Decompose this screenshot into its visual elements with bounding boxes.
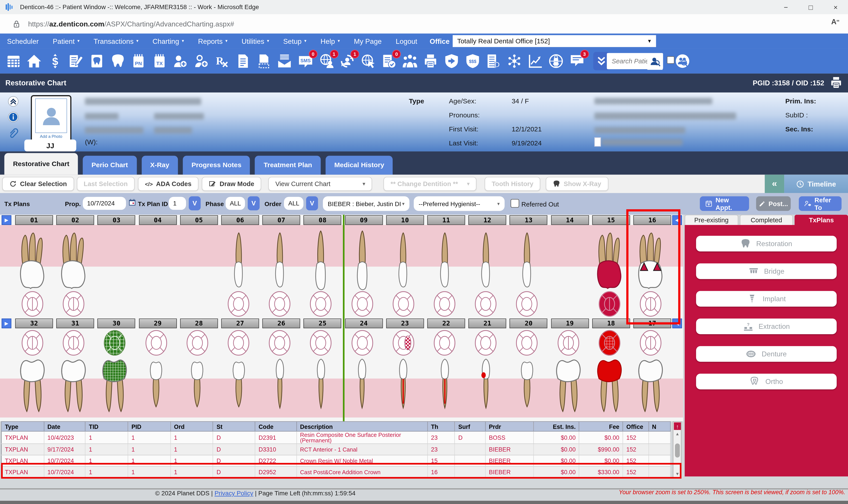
occlusal-29[interactable] [144, 329, 168, 356]
tooth-button-21[interactable]: 21 [468, 319, 506, 328]
table-row[interactable]: TXPLAN10/4/2023111DD2391Resin Composite … [1, 431, 670, 444]
occlusal-23[interactable] [392, 329, 415, 356]
column-header[interactable]: Fee [579, 421, 623, 431]
txplan-id-input[interactable]: 1 [169, 197, 186, 210]
tooth-21[interactable] [479, 357, 493, 415]
upper-scroll-left-button[interactable]: ▶ [2, 215, 11, 225]
column-header[interactable]: Date [44, 421, 85, 431]
tooth-13[interactable] [519, 227, 535, 292]
search-option-checkbox[interactable] [667, 56, 674, 64]
implant-button[interactable]: Implant [696, 291, 837, 307]
nav-item-utilities[interactable]: Utilities▾ [235, 37, 276, 45]
tooth-19[interactable] [553, 357, 584, 417]
referred-out-checkbox[interactable] [510, 199, 519, 208]
tab-x-ray[interactable]: X-Ray [141, 156, 178, 175]
column-header[interactable]: Est. Ins. [534, 421, 579, 431]
table-row[interactable]: TXPLAN10/7/2024111DD2952Cast Post&Core A… [1, 466, 670, 478]
tooth-button-13[interactable]: 13 [510, 215, 547, 225]
chart-edit-icon[interactable] [68, 53, 84, 69]
occlusal-09[interactable] [350, 290, 374, 318]
tooth-button-19[interactable]: 19 [551, 319, 589, 328]
occlusal-10[interactable] [392, 290, 415, 318]
occlusal-15[interactable] [597, 290, 621, 318]
hygienist-select[interactable]: --Preferred Hygienist--▾ [414, 196, 505, 211]
column-header[interactable]: N [649, 421, 671, 431]
collapse-sidebar-button[interactable]: « [765, 175, 784, 193]
tooth-button-10[interactable]: 10 [386, 215, 424, 225]
tooth-button-01[interactable]: 01 [15, 215, 53, 225]
tooth-24[interactable] [355, 357, 369, 415]
patient-initials-tab[interactable]: JJ [24, 140, 76, 151]
clear-selection-button[interactable]: Clear Selection [2, 177, 74, 191]
tooth-10[interactable] [396, 227, 411, 292]
nav-item-scheduler[interactable]: Scheduler [0, 37, 46, 45]
extraction-button[interactable]: ?Extraction [696, 319, 837, 335]
occlusal-17[interactable] [639, 329, 663, 356]
tooth-button-18[interactable]: 18 [592, 319, 630, 328]
column-header[interactable]: Type [1, 421, 44, 431]
column-header[interactable]: TID [85, 421, 128, 431]
tooth-button-20[interactable]: 20 [510, 319, 547, 328]
sidebar-tab-txplans[interactable]: TxPlans [795, 215, 848, 225]
add-photo-label[interactable]: Add a Photo [40, 134, 62, 139]
shield-forward-icon[interactable] [444, 53, 459, 69]
tooth-30[interactable] [99, 357, 130, 417]
last-selection-button[interactable]: Last Selection [77, 177, 135, 191]
occlusal-22[interactable] [433, 329, 456, 356]
scan-document-icon[interactable] [256, 53, 271, 69]
occlusal-20[interactable] [515, 329, 539, 356]
tooth-button-30[interactable]: 30 [97, 319, 136, 328]
post-button[interactable]: Post... [756, 196, 791, 211]
patient-sync-icon[interactable]: 1 [340, 53, 355, 69]
tab-progress-notes[interactable]: Progress Notes [183, 156, 250, 175]
tooth-button-09[interactable]: 09 [345, 215, 383, 225]
tooth-11[interactable] [437, 227, 452, 292]
prop-dt-input[interactable]: 10/7/2024 [83, 197, 126, 210]
occlusal-06[interactable] [227, 290, 250, 318]
tooth-button-14[interactable]: 14 [551, 215, 589, 225]
timeline-button[interactable]: Timeline [784, 175, 848, 193]
tooth-12[interactable] [478, 227, 494, 292]
scrollbar-thumb[interactable] [675, 444, 680, 457]
occlusal-30[interactable] [103, 329, 127, 356]
tooth-08[interactable] [312, 227, 330, 292]
change-dentition-select[interactable]: ** Change Dentition **▾ [383, 177, 476, 191]
view-chart-select[interactable]: View Current Chart▾ [268, 177, 372, 191]
document-d-icon[interactable]: D [486, 53, 501, 69]
office-select[interactable]: Totally Real Dental Office [152] ▼ [453, 35, 656, 47]
print-icon[interactable] [830, 76, 843, 89]
person-search-icon[interactable] [647, 54, 663, 70]
column-header[interactable]: Description [296, 421, 428, 431]
tooth-20[interactable] [518, 357, 536, 415]
nav-item-patient[interactable]: Patient▾ [46, 37, 87, 45]
txplan-id-v-button[interactable]: V [189, 196, 201, 210]
tooth-17[interactable] [635, 357, 666, 417]
read-aloud-icon[interactable]: Aʹʹ [831, 18, 839, 26]
occlusal-16[interactable] [639, 290, 663, 318]
tooth-button-24[interactable]: 24 [345, 319, 383, 328]
analytics-icon[interactable] [528, 53, 543, 69]
messages-icon[interactable]: 3 [570, 53, 584, 69]
tooth-15[interactable] [594, 229, 625, 290]
tooth-06[interactable] [231, 227, 246, 292]
occlusal-12[interactable] [474, 290, 498, 318]
tooth-32[interactable] [17, 357, 48, 417]
tooth-button-06[interactable]: 06 [221, 215, 259, 225]
tooth-23[interactable] [396, 357, 411, 415]
lower-scroll-left-button[interactable]: ▶ [2, 319, 11, 328]
add-patient-icon[interactable] [173, 53, 188, 69]
tooth-button-27[interactable]: 27 [221, 319, 259, 328]
column-header[interactable]: Code [255, 421, 296, 431]
sidebar-tab-completed[interactable]: Completed [740, 215, 793, 225]
occlusal-08[interactable] [309, 290, 333, 318]
occlusal-11[interactable] [433, 290, 456, 318]
calendar-small-icon[interactable] [128, 199, 136, 206]
tooth-button-28[interactable]: 28 [180, 319, 218, 328]
tooth-button-16[interactable]: 16 [633, 215, 671, 225]
progress-notes-icon[interactable] [235, 53, 250, 69]
order-v-button[interactable]: V [306, 196, 318, 210]
occlusal-27[interactable] [227, 329, 250, 356]
web-pointer-icon[interactable] [361, 53, 376, 69]
tooth-16[interactable] [635, 229, 666, 290]
portal-user-icon[interactable]: 1 [319, 53, 334, 69]
